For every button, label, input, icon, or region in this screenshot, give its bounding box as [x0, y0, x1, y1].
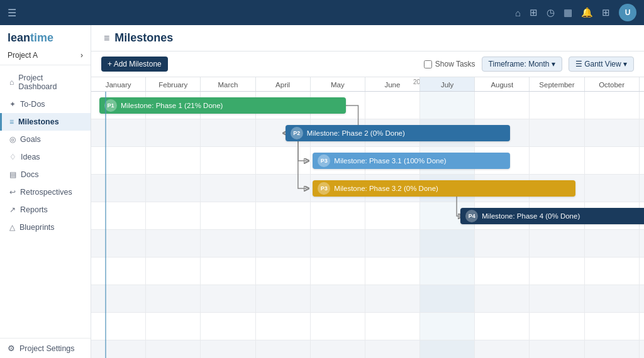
gantt-row-9 — [91, 340, 644, 358]
gantt-col — [201, 202, 255, 229]
gantt-col — [256, 202, 311, 229]
month-cell-june: June — [365, 77, 420, 91]
gantt-col — [146, 92, 201, 119]
gantt-row-3 — [91, 175, 644, 202]
gantt-row-0 — [91, 92, 644, 119]
gantt-col — [420, 92, 475, 119]
settings-label: Project Settings — [19, 344, 75, 353]
sidebar-item-blueprints[interactable]: △Blueprints — [0, 219, 91, 236]
milestones-header-icon: ≡ — [104, 33, 109, 44]
toolbar: + Add Milestone Show Tasks Timeframe: Mo… — [91, 52, 644, 77]
gantt-col — [201, 147, 255, 174]
gantt-col — [91, 258, 146, 285]
month-cell-january: January — [91, 77, 146, 91]
gantt-col — [256, 92, 311, 119]
timeframe-button[interactable]: Timeframe: Month ▾ — [482, 57, 562, 72]
toolbar-left: + Add Milestone — [101, 57, 168, 72]
settings-icon: ⚙ — [8, 344, 15, 353]
sidebar-item-label: Goals — [20, 135, 41, 144]
gantt-col — [311, 92, 365, 119]
gantt-row-1 — [91, 119, 644, 147]
month-cell-march: March — [201, 77, 255, 91]
sidebar-item-todos[interactable]: ✦To-Dos — [0, 95, 91, 113]
project-arrow-icon: › — [80, 51, 83, 60]
gantt-col — [585, 92, 640, 119]
gantt-col — [420, 258, 475, 285]
gantt-view-button[interactable]: ☰ Gantt View ▾ — [569, 57, 634, 72]
gantt-col — [530, 92, 584, 119]
sidebar-item-retrospectives[interactable]: ↩Retrospectives — [0, 183, 91, 201]
sidebar-item-goals[interactable]: ◎Goals — [0, 131, 91, 148]
gantt-col — [365, 119, 420, 146]
gantt-col — [311, 340, 365, 358]
gantt-col — [146, 202, 201, 229]
gantt-col — [91, 285, 146, 312]
gantt-col — [365, 230, 420, 257]
grid-icon[interactable]: ⊞ — [602, 7, 610, 18]
sidebar-item-label: Project Dashboard — [18, 73, 83, 91]
gantt-col — [365, 258, 420, 285]
gantt-col — [585, 147, 640, 174]
gantt-col — [475, 285, 530, 312]
gantt-col — [475, 175, 530, 202]
hamburger-icon[interactable]: ☰ — [8, 7, 16, 19]
sidebar-item-dashboard[interactable]: ⌂Project Dashboard — [0, 69, 91, 95]
gantt-col — [146, 313, 201, 340]
gantt-col — [365, 313, 420, 340]
show-tasks-label[interactable]: Show Tasks — [424, 60, 475, 68]
gantt-col — [256, 175, 311, 202]
gantt-col — [311, 230, 365, 257]
gantt-body: P1Milestone: Phase 1 (21% Done)P2Milesto… — [91, 92, 644, 358]
sidebar-item-label: Milestones — [18, 117, 59, 126]
gantt-col — [256, 258, 311, 285]
goals-icon: ◎ — [9, 135, 16, 144]
show-tasks-checkbox[interactable] — [424, 60, 432, 68]
bell-icon[interactable]: 🔔 — [581, 7, 593, 18]
sidebar-logo: leantime — [0, 25, 91, 48]
calendar-icon[interactable]: ▦ — [564, 7, 572, 18]
sidebar-project[interactable]: Project A › — [0, 48, 91, 65]
sidebar-item-docs[interactable]: ▤Docs — [0, 166, 91, 183]
gantt-months-header: 2023 JanuaryFebruaryMarchAprilMayJuneJul… — [91, 77, 644, 92]
gantt-col — [146, 340, 201, 358]
gantt-col — [256, 313, 311, 340]
home-icon[interactable]: ⌂ — [515, 8, 521, 18]
gantt-col — [420, 230, 475, 257]
gantt-col — [640, 119, 644, 146]
top-navigation: ☰ ⌂ ⊞ ◷ ▦ 🔔 ⊞ U — [0, 0, 644, 25]
gantt-col — [530, 202, 584, 229]
gantt-col — [530, 285, 584, 312]
main-area: leantime Project A › ⌂Project Dashboard✦… — [0, 25, 644, 358]
gantt-col — [256, 340, 311, 358]
toolbar-right: Show Tasks Timeframe: Month ▾ ☰ Gantt Vi… — [424, 57, 634, 72]
gantt-col — [91, 147, 146, 174]
gantt-row-2 — [91, 147, 644, 175]
gantt-col — [585, 230, 640, 257]
clock-icon[interactable]: ◷ — [547, 7, 555, 18]
gantt-col — [91, 175, 146, 202]
gantt-col — [311, 285, 365, 312]
gantt-col — [365, 285, 420, 312]
gantt-row-7 — [91, 285, 644, 313]
month-cell-july: July — [420, 77, 475, 91]
gantt-col — [311, 202, 365, 229]
page-header: ≡ Milestones — [91, 25, 644, 52]
gantt-col — [530, 175, 584, 202]
gantt-col — [311, 258, 365, 285]
sidebar-item-ideas[interactable]: ♢Ideas — [0, 148, 91, 166]
gantt-row-8 — [91, 313, 644, 340]
building-icon[interactable]: ⊞ — [530, 7, 538, 18]
sidebar-item-milestones[interactable]: ≡Milestones — [0, 113, 91, 131]
gantt-col — [420, 340, 475, 358]
ideas-icon: ♢ — [9, 153, 16, 161]
add-milestone-button[interactable]: + Add Milestone — [101, 57, 168, 72]
gantt-col — [420, 313, 475, 340]
month-cell-february: February — [146, 77, 201, 91]
sidebar-item-reports[interactable]: ↗Reports — [0, 201, 91, 219]
logo-lean: lean — [8, 31, 30, 45]
settings-nav-item[interactable]: ⚙ Project Settings — [8, 344, 83, 353]
project-name: Project A — [8, 51, 38, 60]
gantt-container[interactable]: 2023 JanuaryFebruaryMarchAprilMayJuneJul… — [91, 77, 644, 358]
user-avatar[interactable]: U — [619, 4, 636, 21]
gantt-col — [585, 313, 640, 340]
